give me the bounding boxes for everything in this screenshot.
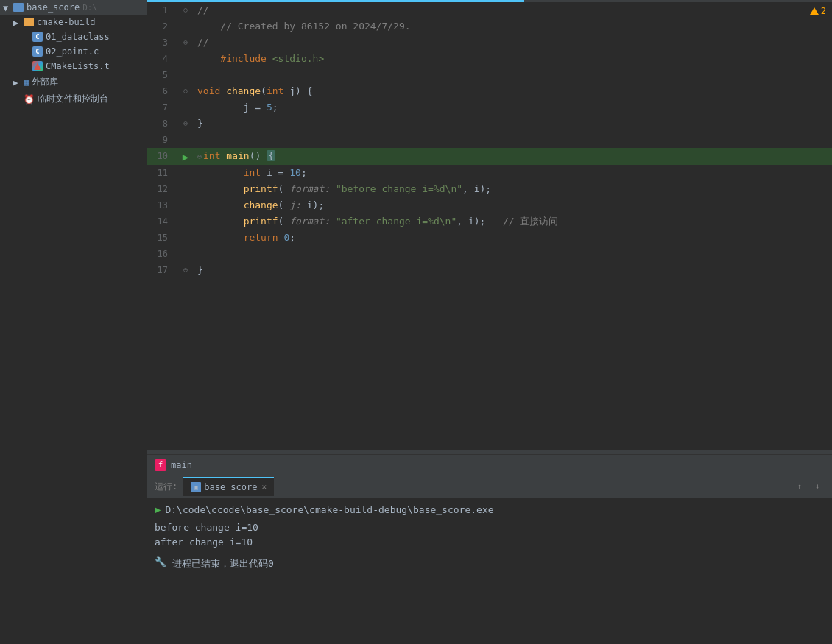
temp-files-icon: ⏰ (24, 94, 35, 105)
code-content-5 (194, 67, 832, 83)
run-tab-close-button[interactable]: ✕ (261, 482, 267, 492)
code-line-16: 16 (147, 246, 832, 262)
sidebar: ▼ base_score D:\ ▶ cmake-build C 01_data… (0, 0, 147, 644)
external-lib-label: 外部库 (32, 76, 58, 88)
gutter-2 (177, 18, 194, 35)
gutter-5 (177, 67, 194, 83)
line-num-10: 10 (147, 148, 177, 165)
line-num-2: 2 (147, 18, 177, 35)
gutter-6: ⊖ (177, 83, 194, 99)
code-line-7: 7 j = 5; (147, 99, 832, 116)
sidebar-item-01-dataclass[interactable]: C 01_dataclass (0, 29, 147, 44)
dataclass-label: 01_dataclass (46, 32, 110, 42)
gutter-12 (177, 181, 194, 197)
code-editor[interactable]: 1 ⊖ // 2 // Created by 86152 on 2024/7/2… (147, 2, 832, 450)
folder-icon (13, 3, 24, 12)
code-content-15: return 0; (194, 230, 832, 246)
line-num-4: 4 (147, 51, 177, 67)
code-content-16 (194, 246, 832, 262)
external-lib-arrow: ▶ (13, 78, 22, 87)
run-output-line1: before change i=10 (155, 520, 825, 535)
run-exit-msg: 进程已结束，退出代码0 (172, 556, 274, 571)
line-num-6: 6 (147, 83, 177, 99)
sidebar-item-external-lib[interactable]: ▶ ▦ 外部库 (0, 74, 147, 91)
code-content-17: } (194, 262, 832, 278)
point-label: 02_point.c (46, 46, 99, 57)
run-output-content: ▶ D:\code\ccode\base_score\cmake-build-d… (147, 498, 832, 644)
line-num-15: 15 (147, 230, 177, 246)
gutter-8: ⊖ (177, 116, 194, 132)
code-line-17: 17 ⊖ } (147, 262, 832, 278)
cmakelists-label: CMakeLists.t (46, 61, 110, 71)
fold-icon-8[interactable]: ⊖ (183, 116, 188, 132)
line-num-1: 1 (147, 2, 177, 18)
run-play-icon: ▶ (155, 502, 161, 517)
gutter-16 (177, 246, 194, 262)
code-content-2: // Created by 86152 on 2024/7/29. (194, 18, 832, 35)
gutter-4 (177, 51, 194, 67)
c-file-icon-01: C (32, 32, 43, 42)
sidebar-item-temp-files[interactable]: ⏰ 临时文件和控制台 (0, 91, 147, 107)
line-num-13: 13 (147, 197, 177, 213)
run-tab[interactable]: ▣ base_score ✕ (183, 477, 274, 496)
bar-chart-icon: ▦ (24, 77, 29, 88)
code-line-1: 1 ⊖ // (147, 2, 832, 18)
run-exe-path: D:\code\ccode\base_score\cmake-build-deb… (165, 503, 493, 517)
cmake-folder-icon (24, 18, 34, 26)
line-num-16: 16 (147, 246, 177, 262)
sidebar-item-cmake-build[interactable]: ▶ cmake-build (0, 15, 147, 29)
editor-container: 2 1 ⊖ // 2 // Created by 86152 on 2024/7… (147, 0, 832, 644)
c-file-icon-02: C (32, 46, 43, 57)
cmake-build-label: cmake-build (37, 17, 95, 27)
code-line-9: 9 (147, 132, 832, 148)
sidebar-item-base-score[interactable]: ▼ base_score D:\ (0, 0, 147, 15)
code-content-9 (194, 132, 832, 148)
cmake-file-icon (32, 61, 43, 71)
line-num-14: 14 (147, 213, 177, 230)
sidebar-item-02-point[interactable]: C 02_point.c (0, 44, 147, 59)
run-exit-section: 🔧 进程已结束，退出代码0 (155, 553, 825, 571)
gutter-14 (177, 213, 194, 230)
temp-files-label: 临时文件和控制台 (38, 93, 108, 105)
run-panel: 运行: ▣ base_score ✕ ⬆ ⬇ ▶ D:\code\ccode\b… (147, 475, 832, 644)
code-content-13: change( j: i); (194, 197, 832, 213)
fold-icon-3[interactable]: ⊖ (183, 35, 188, 51)
code-line-12: 12 printf( format: "before change i=%d\n… (147, 181, 832, 197)
scroll-top-button[interactable]: ⬆ (792, 479, 807, 494)
gutter-7 (177, 99, 194, 116)
code-content-8: } (194, 116, 832, 132)
folder-path: D:\ (82, 3, 97, 13)
breadcrumb-label: main (171, 460, 192, 470)
sidebar-folder-label: base_score (27, 2, 80, 13)
scroll-bottom-button[interactable]: ⬇ (810, 479, 825, 494)
svg-marker-0 (34, 63, 41, 70)
run-label: 运行: (155, 481, 177, 493)
line-num-8: 8 (147, 116, 177, 132)
code-content-14: printf( format: "after change i=%d\n", i… (194, 213, 832, 230)
code-content-10: ⊖int main() { (194, 148, 832, 165)
line-num-3: 3 (147, 35, 177, 51)
run-tab-icon: ▣ (191, 482, 201, 492)
gutter-3: ⊖ (177, 35, 194, 51)
wrench-icon: 🔧 (155, 555, 166, 570)
gutter-1: ⊖ (177, 2, 194, 18)
sidebar-item-cmakelists[interactable]: CMakeLists.t (0, 59, 147, 74)
code-line-10: 10 ▶ ⊖int main() { (147, 148, 832, 165)
fold-icon-6[interactable]: ⊖ (183, 83, 188, 99)
fold-icon-1[interactable]: ⊖ (183, 2, 188, 18)
code-line-13: 13 change( j: i); (147, 197, 832, 213)
code-line-6: 6 ⊖ void change(int j) { (147, 83, 832, 99)
code-line-4: 4 #include <stdio.h> (147, 51, 832, 67)
code-content-6: void change(int j) { (194, 83, 832, 99)
code-content-12: printf( format: "before change i=%d\n", … (194, 181, 832, 197)
line-num-7: 7 (147, 99, 177, 116)
breadcrumb-f-icon: f (155, 459, 166, 471)
run-panel-header: 运行: ▣ base_score ✕ ⬆ ⬇ (147, 475, 832, 498)
run-tab-label: base_score (204, 482, 257, 492)
folder-arrow-icon: ▼ (3, 3, 12, 12)
fold-icon-17[interactable]: ⊖ (183, 262, 188, 278)
gutter-15 (177, 230, 194, 246)
code-line-5: 5 (147, 67, 832, 83)
debug-arrow-icon: ▶ (183, 149, 188, 165)
code-content-11: int i = 10; (194, 165, 832, 181)
